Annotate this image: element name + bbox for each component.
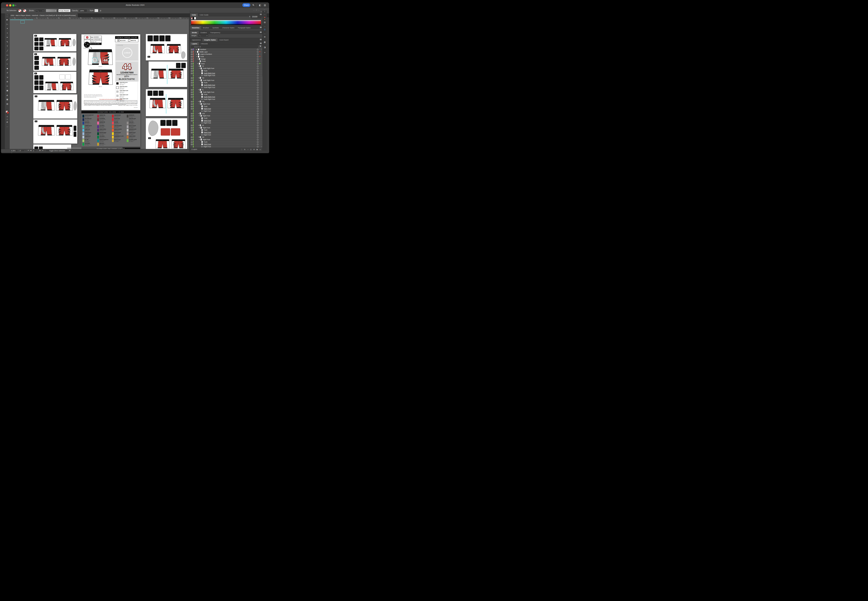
layer-row[interactable]: Trunk — [190, 81, 262, 84]
toolbar-more-icon[interactable]: … — [5, 125, 10, 127]
curvature-tool[interactable]: ✎ — [5, 41, 10, 43]
stroke-chevron-icon[interactable]: ∨ — [26, 10, 27, 11]
visibility-eye-icon[interactable] — [191, 113, 193, 114]
layer-thumbnail[interactable] — [200, 103, 202, 105]
target-circle-icon[interactable] — [257, 84, 258, 86]
disclosure-open-icon[interactable]: ▼ — [199, 103, 200, 105]
layer-row[interactable]: ▼Youth Right Front — [190, 91, 262, 93]
target-circle-icon[interactable] — [257, 49, 258, 50]
scissors-tool[interactable]: ✂ — [5, 85, 10, 87]
layer-row[interactable]: Youth Right Front — [190, 74, 262, 77]
layer-name[interactable]: Trunk — [204, 129, 207, 131]
visibility-eye-icon[interactable] — [191, 49, 193, 50]
variable-width-profile-select[interactable]: ● 5 pt. Round ∨ — [58, 9, 70, 12]
layer-name[interactable]: Youth Right Front — [203, 79, 214, 81]
visibility-eye-icon[interactable] — [191, 85, 193, 86]
layer-row[interactable]: ▼AXS — [190, 112, 262, 115]
layer-thumbnail[interactable] — [200, 139, 202, 140]
next-artboard-icon[interactable]: ▶ — [40, 149, 41, 151]
layer-row[interactable]: Right Front — [190, 122, 262, 124]
layer-name[interactable]: AS — [202, 125, 204, 126]
layers-scroll-up-icon[interactable]: ⌃ — [261, 49, 262, 50]
properties-sliders-icon[interactable]: ≑ — [262, 51, 267, 53]
layer-thumbnail[interactable] — [201, 72, 203, 74]
layer-thumbnail[interactable] — [201, 84, 203, 86]
workspace-layout-icon[interactable]: ◧ — [259, 4, 261, 6]
layer-name[interactable]: Right Front — [204, 146, 211, 148]
tab-graphic-styles[interactable]: Graphic Styles — [203, 38, 218, 41]
comments-icon[interactable]: ◨ — [262, 46, 267, 49]
disclosure-open-icon[interactable]: ▼ — [199, 80, 200, 81]
panel-menu-icon[interactable] — [260, 31, 262, 33]
layer-thumbnail[interactable] — [201, 122, 203, 124]
layer-name[interactable]: Youth Right Front — [204, 72, 215, 74]
shaper-tool[interactable]: ◐ — [5, 63, 10, 65]
artboard-signature-colors[interactable]: SIGNATURE COLORS – 4.25H CHICAGO BEARS N… — [81, 111, 140, 146]
layer-thumbnail[interactable] — [200, 136, 201, 138]
layer-thumbnail[interactable] — [200, 77, 201, 79]
magic-wand-tool[interactable]: ✶ — [5, 27, 10, 30]
visibility-eye-icon[interactable] — [191, 78, 193, 79]
expand-strip-icon[interactable]: « — [262, 11, 267, 12]
layer-name[interactable]: Youth Right Front — [204, 75, 215, 76]
canvas-vertical-scrollbar[interactable] — [188, 83, 189, 90]
target-circle-icon[interactable] — [257, 96, 258, 98]
panel-menu-icon[interactable] — [260, 39, 262, 40]
artboard-mini-6[interactable]: hh — [34, 145, 71, 149]
layer-thumbnail[interactable] — [201, 82, 203, 84]
visibility-eye-icon[interactable] — [191, 82, 193, 84]
tab-color[interactable]: Color — [190, 13, 198, 17]
layer-name[interactable]: Youth Right Front — [204, 87, 215, 88]
layer-row[interactable]: ▼Right Front — [190, 127, 262, 129]
layer-thumbnail[interactable] — [201, 131, 203, 133]
layer-row[interactable]: ▼YL — [190, 88, 262, 91]
layer-thumbnail[interactable] — [200, 113, 201, 114]
layer-thumbnail[interactable] — [201, 108, 203, 110]
last-artboard-icon[interactable]: ⏭ — [42, 149, 43, 151]
layer-name[interactable]: Trunk — [204, 93, 207, 95]
new-layer-icon[interactable]: ▣ — [256, 148, 258, 151]
stroke-label[interactable]: Stroke: — [29, 9, 34, 12]
document-tab[interactable]: ×2002 - Men's Player Shorts - Interlock … — [6, 13, 78, 17]
panel-menu-icon[interactable] — [260, 27, 262, 28]
target-circle-icon[interactable] — [257, 61, 258, 62]
layer-thumbnail[interactable] — [201, 134, 203, 136]
tab-symbols[interactable]: Symbols — [211, 26, 220, 29]
disclosure-open-icon[interactable]: ▼ — [197, 58, 198, 59]
tab-gradient[interactable]: Gradient — [199, 31, 209, 34]
layer-name[interactable]: Trunk — [202, 60, 206, 62]
tab-paragraph-styles[interactable]: Paragraph Styles — [236, 26, 252, 29]
layers-search-input[interactable]: Search All — [191, 46, 258, 48]
fill-chevron-icon[interactable]: ∨ — [21, 10, 22, 11]
tab-stroke[interactable]: Stroke — [190, 31, 199, 34]
layer-name[interactable]: YM — [202, 77, 204, 79]
selection-tool[interactable]: ▶ — [5, 18, 10, 21]
layer-thumbnail[interactable] — [200, 89, 201, 91]
visibility-eye-icon[interactable] — [191, 127, 193, 129]
layer-row[interactable]: ▼YS — [190, 65, 262, 67]
layer-thumbnail[interactable] — [201, 93, 203, 96]
layer-row[interactable]: ▼YM — [190, 77, 262, 79]
disclosure-open-icon[interactable]: ▼ — [198, 89, 199, 90]
stroke-color-chip[interactable] — [23, 9, 26, 12]
draw-mode-icon[interactable]: ◩ — [5, 121, 10, 123]
visibility-eye-icon[interactable] — [191, 101, 193, 102]
layer-thumbnail[interactable] — [201, 75, 203, 76]
target-circle-icon[interactable] — [257, 73, 258, 74]
layer-name[interactable]: Right Front — [203, 139, 210, 140]
layer-row[interactable]: ▼YXL — [190, 100, 262, 103]
layer-name[interactable]: Trunk — [200, 56, 204, 58]
target-circle-icon[interactable] — [257, 132, 258, 133]
layer-row[interactable]: ▼Design — [190, 58, 262, 60]
target-circle-icon[interactable] — [257, 56, 258, 58]
layer-name[interactable]: Right Front — [204, 108, 211, 110]
scale-tool[interactable]: ⇲ — [5, 76, 10, 78]
visibility-eye-icon[interactable] — [191, 118, 193, 119]
layer-thumbnail[interactable] — [201, 98, 203, 100]
visibility-eye-icon[interactable] — [191, 94, 193, 95]
artboard-mini-4[interactable]: hh — [34, 95, 77, 119]
visibility-eye-icon[interactable] — [191, 58, 193, 60]
target-circle-icon[interactable] — [257, 80, 258, 81]
artboard-mini-9[interactable] — [146, 89, 187, 116]
layer-name[interactable]: Right Front — [204, 122, 211, 124]
